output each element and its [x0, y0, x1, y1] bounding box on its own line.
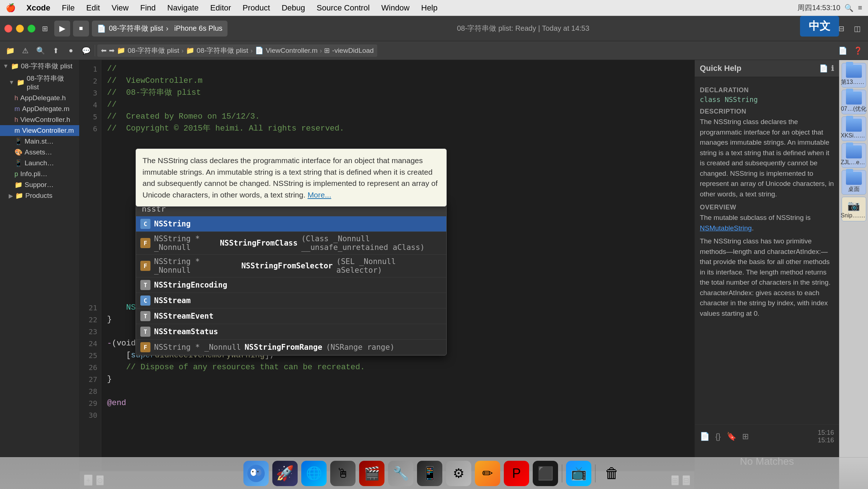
tree-item-viewcontroller-h[interactable]: h ViewController.h: [0, 114, 79, 125]
add-file-btn[interactable]: 📄: [836, 44, 849, 57]
far-right-folder-1[interactable]: 第13…业板: [842, 63, 866, 88]
ac-item-nsstringfromclass[interactable]: F NSString * _Nonnull NSStringFromClass …: [136, 232, 446, 255]
dock-terminal[interactable]: ⬛: [533, 461, 558, 486]
code-line-27: }: [107, 373, 689, 385]
menu-help[interactable]: Help: [419, 3, 440, 13]
tree-item-appdelegate-m[interactable]: m AppDelegate.m: [0, 103, 79, 114]
far-right-folder-4[interactable]: ZJL…etail: [842, 143, 866, 168]
sidebar-toggle-btn[interactable]: ⊞: [38, 22, 51, 35]
far-right-folder-3[interactable]: XKSi…aster: [842, 116, 866, 141]
dock-launchpad[interactable]: 🚀: [272, 461, 298, 486]
warning-nav-btn[interactable]: ⚠: [19, 44, 32, 57]
dock-iphone[interactable]: 📱: [417, 461, 442, 486]
overview-text1: The mutable subclass of NSString is NSMu…: [700, 213, 834, 233]
menu-editor[interactable]: Editor: [208, 3, 233, 13]
qh-doc-icon[interactable]: 📄: [819, 64, 828, 73]
tree-item-assets[interactable]: 🎨 Assets…: [0, 147, 79, 158]
qh-info-icon[interactable]: ℹ: [831, 64, 834, 73]
menu-product[interactable]: Product: [241, 3, 272, 13]
dock-finder[interactable]: [243, 461, 269, 486]
ac-item-nsstringfromrange[interactable]: F NSString * _Nonnull NSStringFromRange …: [136, 340, 446, 355]
ac-item-nsstreamevent[interactable]: T NSStreamEvent: [136, 309, 446, 324]
help-btn[interactable]: ❓: [851, 44, 864, 57]
close-button[interactable]: [4, 25, 12, 33]
run-button[interactable]: ▶: [54, 21, 70, 37]
breadcrumb-sep2: ›: [250, 47, 252, 55]
qh-grid-icon[interactable]: ⊞: [742, 432, 749, 441]
folder-shape-1: [846, 65, 862, 78]
menu-file[interactable]: File: [60, 3, 77, 13]
m-file-icon: m: [14, 105, 20, 113]
dock-sketch[interactable]: ✏: [475, 461, 500, 486]
editor-area: The NSString class declares the programm…: [80, 60, 694, 489]
dock-qq[interactable]: 📺: [566, 461, 591, 486]
far-right-label-4: ZJL…etail: [841, 159, 867, 166]
maximize-button[interactable]: [27, 25, 35, 33]
tree-item-info-plist[interactable]: p Info.pli…: [0, 169, 79, 179]
tree-item-support[interactable]: 📁 Suppor…: [0, 179, 79, 190]
minimize-button[interactable]: [16, 25, 24, 33]
menu-source-control[interactable]: Source Control: [315, 3, 372, 13]
scheme-selector[interactable]: 📄 08-字符串做 plist › iPhone 6s Plus: [92, 21, 227, 37]
far-right-snip[interactable]: 📷 Snip….png: [842, 197, 866, 221]
apple-menu[interactable]: 🍎: [6, 3, 16, 13]
svg-point-4: [257, 471, 259, 472]
ac-match-1: NSStringFromClass: [220, 239, 298, 247]
dock-tools[interactable]: 🔧: [388, 461, 413, 486]
dock-media[interactable]: 🎬: [359, 461, 384, 486]
scheme-chevron: ›: [166, 24, 169, 33]
ac-badge-c2: C: [140, 295, 150, 306]
menu-window[interactable]: Window: [379, 3, 412, 13]
menu-find[interactable]: Find: [138, 3, 158, 13]
ac-item-nsstreamstatus[interactable]: T NSStreamStatus: [136, 324, 446, 340]
ac-badge-t2: T: [140, 311, 150, 321]
search-nav-btn[interactable]: 🔍: [34, 44, 47, 57]
tooltip-more-link[interactable]: More...: [307, 191, 331, 199]
tree-item-group[interactable]: ▼ 📁 08-字符串做 plist: [0, 72, 79, 93]
breadcrumb-project[interactable]: 08-字符串做 plist: [128, 46, 179, 55]
breadcrumb-method[interactable]: -viewDidLoad: [332, 47, 374, 55]
code-line-28: [107, 385, 689, 397]
ac-item-nsstringencoding[interactable]: T NSStringEncoding: [136, 277, 446, 293]
dock-trash[interactable]: 🗑: [599, 461, 625, 486]
tree-item-viewcontroller-m[interactable]: m ViewController.m: [0, 125, 79, 136]
tree-item-launch[interactable]: 📱 Launch…: [0, 158, 79, 169]
tree-item-products[interactable]: ▶ 📁 Products: [0, 190, 79, 201]
far-right-label-3: XKSi…aster: [841, 132, 867, 139]
menu-debug[interactable]: Debug: [280, 3, 307, 13]
far-right-label-1: 第13…业板: [841, 78, 867, 86]
folder-nav-btn[interactable]: 📁: [4, 44, 17, 57]
dock-settings[interactable]: ⚙: [446, 461, 471, 486]
nsmutuablestring-link[interactable]: NSMutableString: [700, 224, 752, 232]
menu-xcode[interactable]: Xcode: [24, 3, 52, 13]
breakpoint-nav-btn[interactable]: ●: [64, 44, 77, 57]
far-right-folder-2[interactable]: 07…(优化: [842, 90, 866, 114]
ac-item-nsstringfromselector[interactable]: F NSString * _Nonnull NSStringFromSelect…: [136, 255, 446, 277]
qh-bookmark-icon[interactable]: 🔖: [727, 432, 736, 441]
tree-item-main-storyboard[interactable]: 📱 Main.st…: [0, 136, 79, 147]
scheme-label: 08-字符串做 plist: [109, 24, 163, 33]
report-nav-btn[interactable]: 💬: [80, 44, 93, 57]
breadcrumb-group[interactable]: 08-字符串做 plist: [197, 46, 248, 55]
menu-view[interactable]: View: [109, 3, 131, 13]
dock-safari[interactable]: 🌐: [301, 461, 327, 486]
menu-navigate[interactable]: Navigate: [165, 3, 201, 13]
menu-edit[interactable]: Edit: [84, 3, 102, 13]
description-label: Description: [700, 108, 834, 115]
inspector-btn[interactable]: ◫: [851, 22, 864, 35]
tree-item-root[interactable]: ▼ 📁 08-字符串做 plist: [0, 60, 79, 72]
far-right-folder-5[interactable]: 桌面: [842, 170, 866, 195]
ac-item-nsstream[interactable]: C NSStream: [136, 293, 446, 309]
qh-file-icon[interactable]: 📄: [700, 432, 710, 441]
menu-list-icon[interactable]: ≡: [858, 4, 862, 12]
stop-button[interactable]: ■: [73, 21, 89, 37]
tree-item-appdelegate-h[interactable]: h AppDelegate.h: [0, 93, 79, 103]
ac-item-nsstring[interactable]: C NSString: [136, 216, 446, 232]
breadcrumb-file[interactable]: ViewController.m: [266, 47, 318, 55]
dock-mouse[interactable]: 🖱: [330, 461, 356, 486]
qh-braces-icon[interactable]: {}: [715, 432, 721, 441]
dock-pp[interactable]: P: [504, 461, 529, 486]
scm-nav-btn[interactable]: ⬆: [49, 44, 62, 57]
search-menu-icon[interactable]: 🔍: [844, 4, 854, 12]
breadcrumb-sep1: ›: [182, 47, 184, 55]
